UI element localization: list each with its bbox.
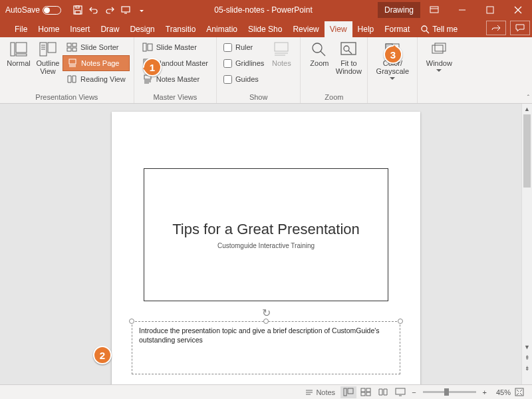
notes-text: Introduce the presentation topic and giv… bbox=[139, 327, 380, 344]
zoom-out-button[interactable]: − bbox=[412, 388, 416, 396]
autosave-toggle[interactable]: AutoSave bbox=[5, 5, 61, 15]
annotation-badge-3: 3 bbox=[384, 45, 402, 64]
scroll-thumb[interactable] bbox=[523, 114, 531, 188]
group-zoom: Zoom Fit to Window Zoom bbox=[301, 37, 368, 103]
zoom-in-button[interactable]: + bbox=[483, 388, 487, 396]
tab-draw[interactable]: Draw bbox=[95, 21, 124, 37]
prev-slide-icon[interactable]: ⇞ bbox=[522, 352, 532, 363]
scroll-up-icon[interactable]: ▲ bbox=[522, 104, 532, 114]
notes-text-box[interactable]: Introduce the presentation topic and giv… bbox=[132, 321, 400, 374]
svg-rect-13 bbox=[11, 43, 15, 56]
vertical-scrollbar[interactable]: ▲ ▼ ⇞ ⇟ bbox=[521, 104, 532, 384]
tell-me-search[interactable]: Tell me bbox=[415, 21, 463, 37]
scroll-down-icon[interactable]: ▼ bbox=[522, 342, 532, 352]
redo-icon[interactable] bbox=[102, 3, 117, 17]
tab-slideshow[interactable]: Slide Sho bbox=[243, 21, 287, 37]
slideshow-status-button[interactable] bbox=[392, 386, 408, 398]
next-slide-icon[interactable]: ⇟ bbox=[522, 363, 532, 374]
rotation-handle-icon[interactable]: ↻ bbox=[262, 307, 271, 319]
svg-line-43 bbox=[321, 51, 325, 56]
reading-view-status-button[interactable] bbox=[375, 386, 391, 398]
fit-to-window-icon bbox=[339, 41, 358, 57]
selection-handle[interactable] bbox=[398, 319, 403, 324]
collapse-ribbon-icon[interactable]: ˆ bbox=[527, 94, 529, 102]
notes-page-icon bbox=[67, 58, 78, 68]
tell-me-label: Tell me bbox=[432, 25, 458, 34]
close-icon[interactable] bbox=[504, 0, 532, 20]
slide-master-button[interactable]: Slide Master bbox=[138, 39, 212, 55]
tab-view[interactable]: View bbox=[325, 21, 352, 37]
svg-rect-39 bbox=[275, 43, 288, 51]
slide-sorter-button[interactable]: Slide Sorter bbox=[63, 39, 130, 55]
svg-rect-8 bbox=[487, 7, 493, 13]
svg-rect-22 bbox=[72, 43, 76, 47]
status-bar: Notes − + 45% bbox=[0, 384, 532, 399]
group-window: Window bbox=[418, 37, 460, 103]
tab-insert[interactable]: Insert bbox=[65, 21, 95, 37]
svg-rect-49 bbox=[432, 45, 443, 53]
comment-icon bbox=[515, 23, 525, 33]
qat-dropdown-icon[interactable] bbox=[134, 3, 149, 17]
maximize-icon[interactable] bbox=[476, 0, 504, 20]
ribbon-tabs: File Home Insert Draw Design Transitio A… bbox=[0, 20, 532, 37]
zoom-level: 45% bbox=[489, 388, 511, 396]
mode-badge: Drawing bbox=[378, 2, 420, 18]
gridlines-checkbox[interactable]: Gridlines bbox=[221, 55, 267, 71]
tab-file[interactable]: File bbox=[9, 21, 33, 37]
notes-toggle[interactable]: Notes bbox=[301, 386, 339, 398]
share-icon bbox=[491, 23, 501, 33]
search-icon bbox=[420, 25, 430, 34]
svg-rect-55 bbox=[348, 388, 353, 394]
outline-view-button[interactable]: Outline View bbox=[33, 39, 63, 77]
notes-pane-icon bbox=[272, 41, 291, 57]
toggle-pill[interactable] bbox=[43, 6, 61, 15]
svg-rect-24 bbox=[72, 48, 76, 51]
slide-title: Tips for a Great Presentation bbox=[172, 221, 360, 238]
save-icon[interactable] bbox=[70, 3, 85, 17]
start-from-beginning-icon[interactable] bbox=[118, 3, 133, 17]
slide-thumbnail[interactable]: Tips for a Great Presentation Customguid… bbox=[144, 168, 388, 301]
quick-access-toolbar bbox=[70, 3, 149, 17]
share-button[interactable] bbox=[486, 21, 506, 35]
svg-rect-50 bbox=[435, 43, 446, 51]
annotation-badge-2: 2 bbox=[93, 346, 112, 364]
group-presentation-views: Normal Outline View Slide Sorter Notes P… bbox=[0, 37, 134, 103]
reading-view-button[interactable]: Reading View bbox=[63, 71, 130, 87]
tab-transitions[interactable]: Transitio bbox=[160, 21, 201, 37]
tab-animations[interactable]: Animatio bbox=[201, 21, 243, 37]
undo-icon[interactable] bbox=[86, 3, 101, 17]
minimize-icon[interactable] bbox=[448, 0, 476, 20]
slide-sorter-status-button[interactable] bbox=[358, 386, 374, 398]
normal-view-button[interactable]: Normal bbox=[4, 39, 33, 69]
ribbon-display-options-icon[interactable] bbox=[420, 0, 448, 20]
svg-rect-58 bbox=[361, 392, 365, 396]
tab-format[interactable]: Format bbox=[379, 21, 415, 37]
notes-page[interactable]: Tips for a Great Presentation Customguid… bbox=[112, 112, 420, 384]
svg-rect-2 bbox=[76, 6, 79, 8]
ruler-checkbox[interactable]: Ruler bbox=[221, 39, 267, 55]
notes-pane-button: Notes bbox=[267, 39, 296, 69]
svg-point-45 bbox=[344, 46, 349, 51]
notes-page-button[interactable]: Notes Page bbox=[63, 55, 130, 71]
tab-review[interactable]: Review bbox=[287, 21, 324, 37]
fit-to-window-status-button[interactable] bbox=[511, 386, 527, 398]
guides-checkbox[interactable]: Guides bbox=[221, 71, 267, 87]
tab-help[interactable]: Help bbox=[352, 21, 380, 37]
selection-handle[interactable] bbox=[263, 319, 269, 324]
normal-view-status-button[interactable] bbox=[340, 386, 356, 398]
fit-to-window-button[interactable]: Fit to Window bbox=[334, 39, 363, 77]
window-button[interactable]: Window bbox=[422, 39, 456, 74]
annotation-badge-1: 1 bbox=[143, 58, 162, 76]
svg-rect-20 bbox=[48, 43, 56, 53]
notes-icon bbox=[305, 388, 313, 396]
window-title: 05-slide-notes - PowerPoint bbox=[149, 5, 378, 15]
zoom-icon bbox=[310, 41, 329, 57]
comments-button[interactable] bbox=[510, 21, 530, 35]
selection-handle[interactable] bbox=[129, 319, 134, 324]
zoom-slider[interactable] bbox=[423, 391, 476, 393]
tab-design[interactable]: Design bbox=[124, 21, 160, 37]
document-area[interactable]: Tips for a Great Presentation Customguid… bbox=[0, 104, 521, 384]
tab-home[interactable]: Home bbox=[33, 21, 65, 37]
svg-rect-28 bbox=[143, 43, 146, 51]
zoom-button[interactable]: Zoom bbox=[305, 39, 334, 69]
